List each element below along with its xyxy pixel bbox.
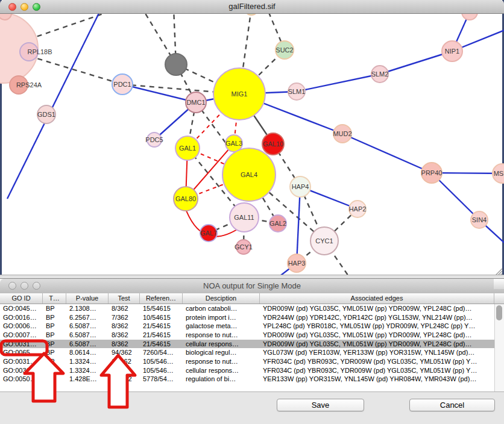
noa-output-window: NOA output for Single Mode GO IDT…P-valu… (0, 278, 504, 424)
node-label: HAP2 (349, 205, 367, 213)
node-label: MIG1 (232, 90, 248, 98)
column-header-6[interactable]: Associated edges (260, 293, 494, 304)
table-cell: BP (43, 313, 66, 322)
table-cell: YDR009W (pd) YGL035C, YML051W (pp) YDR00… (260, 304, 494, 313)
table-cell: 5778/54… (140, 375, 183, 384)
cancel-button[interactable]: Cancel (409, 399, 495, 411)
table-cell: cellular respons… (183, 340, 260, 349)
table-cell: 15/54615 (140, 304, 183, 313)
noa-window-title: NOA output for Single Mode (0, 281, 504, 290)
table-row[interactable]: GO:0045…BP2.1308…8/36215/54615carbon cat… (0, 304, 494, 313)
save-button[interactable]: Save (277, 399, 364, 411)
table-cell: GO:0050… (0, 375, 43, 384)
table-cell: 105/546… (140, 357, 183, 366)
node-label: HAP4 (292, 183, 309, 190)
table-cell: 21/54615 (140, 331, 183, 340)
table-row[interactable]: GO:0031…BP1.3324…11/362105/546…response … (0, 357, 494, 366)
table-row[interactable]: GO:0007…BP6.5087…8/36221/54615response t… (0, 331, 494, 340)
column-header-3[interactable]: Test (109, 293, 140, 304)
table-cell: protein import i… (183, 313, 260, 322)
node-unlabeled[interactable] (165, 54, 187, 75)
table-cell: 80/362 (109, 375, 140, 384)
table-cell: 8/362 (109, 304, 140, 313)
node-label: PDC1 (113, 81, 131, 88)
table-cell: 21/54615 (140, 340, 183, 349)
table-cell: YGL073W (pd) YER103W, YER133W (pp) YOR31… (260, 348, 494, 357)
column-header-4[interactable]: Referen… (140, 293, 183, 304)
table-cell: 11/362 (109, 357, 140, 366)
table-cell: 94/362 (109, 348, 140, 357)
node-label: MUD2 (333, 130, 351, 137)
vertical-scrollbar[interactable] (494, 304, 504, 391)
table-cell: YPL248C (pd) YBR018C, YML051W (pp) YDR00… (260, 322, 494, 331)
table-row[interactable]: GO:0031…BP1.3324…11/362105/546…cellular … (0, 366, 494, 375)
table-empty-area (0, 384, 494, 391)
table-cell: cellular respons… (183, 366, 260, 375)
column-header-5[interactable]: Desciption (183, 293, 260, 304)
table-cell: response to nut… (183, 331, 260, 340)
scrollbar-thumb[interactable] (496, 305, 502, 320)
table-cell: 7260/54… (140, 348, 183, 357)
table-body: GO:0045…BP2.1308…8/36215/54615carbon cat… (0, 304, 494, 384)
table-row[interactable]: GO:0016…BP6.2567…7/36210/54615protein im… (0, 313, 494, 322)
network-svg: RPL18BRPS24AGDS1PDC1DMC1MIG1SUC2NIP1SLM2… (0, 0, 504, 275)
table-row[interactable]: GO:0050…BP1.428E…80/3625778/54…regulatio… (0, 375, 494, 384)
table-row[interactable]: GO:0031…BP6.5087…8/36221/54615cellular r… (0, 340, 494, 349)
node-label: RPL18B (28, 48, 52, 55)
table-cell: GO:0007… (0, 331, 43, 340)
table-cell: response to nut… (183, 357, 260, 366)
table-cell: 1.3324… (66, 366, 109, 375)
table-row[interactable]: GO:0006…BP6.5087…8/36221/54615galactose … (0, 322, 494, 331)
table-cell: BP (43, 304, 66, 313)
table-cell: galactose meta… (183, 322, 260, 331)
node-label: HAP3 (288, 260, 306, 267)
table-cell: carbon cataboli… (183, 304, 260, 313)
table-header: GO IDT…P-valueTestReferen…DesciptionAsso… (0, 293, 504, 304)
node-label: GAL11 (234, 214, 254, 221)
table-cell: biological regul… (183, 348, 260, 357)
column-header-2[interactable]: P-value (66, 293, 109, 304)
table-cell: 6.5087… (66, 322, 109, 331)
network-edge (297, 74, 380, 92)
table-cell: BP (43, 331, 66, 340)
table-cell: YFR034C (pd) YBR093C, YDR009W (pd) YGL03… (260, 357, 494, 366)
column-header-0[interactable]: GO ID (0, 293, 43, 304)
table-cell: 8/362 (109, 340, 140, 349)
column-header-1[interactable]: T… (43, 293, 66, 304)
node-label: GAL2 (269, 220, 286, 227)
table-cell: 6.2567… (66, 313, 109, 322)
node-label: DMC1 (186, 99, 205, 106)
table-cell: 21/54615 (140, 322, 183, 331)
node-label: SIN4 (472, 216, 487, 223)
table-row[interactable]: GO:0065…BP8.0614…94/3627260/54…biologica… (0, 348, 494, 357)
table-cell: GO:0031… (0, 340, 43, 349)
network-canvas[interactable]: RPL18BRPS24AGDS1PDC1DMC1MIG1SUC2NIP1SLM2… (0, 0, 504, 275)
noa-window-titlebar[interactable]: NOA output for Single Mode (0, 279, 504, 294)
table-cell: 2.1308… (66, 304, 109, 313)
node-label: GCY1 (235, 243, 253, 251)
table-cell: BP (43, 366, 66, 375)
table-cell: BP (43, 340, 66, 349)
table-cell: YDR244W (pp) YDR142C, YDR142C (pp) YGL15… (260, 313, 494, 322)
node-label: CYC1 (315, 237, 333, 245)
network-edge (342, 134, 432, 173)
node-label: GDS1 (37, 111, 55, 118)
node-label: PDC5 (145, 136, 163, 143)
node-label: SLM1 (288, 88, 306, 95)
table-cell: BP (43, 375, 66, 384)
table-cell: GO:0006… (0, 322, 43, 331)
table-cell: 105/546… (140, 366, 183, 375)
table-cell: 6.5087… (66, 331, 109, 340)
node-label: PRP40 (421, 169, 443, 176)
node-label: SLM2 (371, 70, 389, 78)
table-cell: 8.0614… (66, 348, 109, 357)
table-cell: GO:0045… (0, 304, 43, 313)
node-label: GAL80 (175, 195, 196, 202)
node-label: GAL3 (225, 140, 242, 147)
node-label: RPS24A (16, 81, 42, 89)
node-label: NIP1 (445, 48, 459, 55)
graph-window-titlebar[interactable]: galFiltered.sif (0, 0, 504, 14)
node-label: GAL7 (200, 229, 217, 237)
table-cell: regulation of bi… (183, 375, 260, 384)
node-label: SUC2 (276, 46, 293, 54)
